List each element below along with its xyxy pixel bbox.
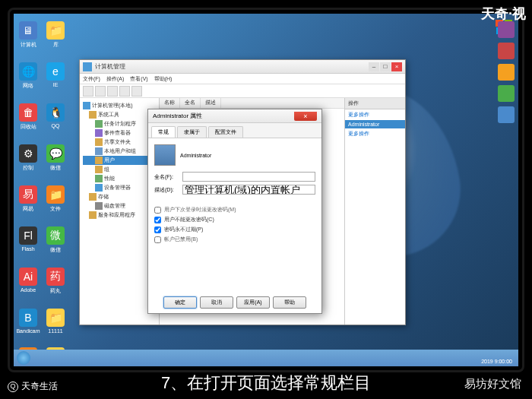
checkbox-row: 密码永不过期(P) — [154, 226, 315, 233]
checkbox[interactable] — [154, 217, 161, 223]
window-title: 计算机管理 — [95, 62, 125, 71]
brand-bottom-right: 易坊好文馆 — [464, 377, 521, 391]
desktop-icon[interactable]: 📁库 — [45, 21, 66, 49]
tree-icon — [95, 202, 103, 210]
ok-button[interactable]: 确定 — [163, 296, 197, 309]
maximize-button[interactable]: □ — [380, 62, 391, 71]
tree-icon — [95, 166, 103, 173]
tray-icon[interactable] — [498, 64, 515, 81]
toolbar-button[interactable] — [95, 86, 106, 97]
tree-icon — [95, 129, 103, 137]
action-item[interactable]: 更多操作 — [345, 128, 405, 139]
monitor-frame: 🖥计算机 📁库 🌐网络 eIE 🗑回收站 🐧QQ ⚙控制 💬微信 易网易 📁文件… — [8, 8, 524, 372]
brand-top-right: 天奇·视 — [481, 5, 526, 23]
desktop-icon[interactable]: 💬微信 — [45, 144, 66, 172]
checkbox-label: 用户下次登录时须更改密码(M) — [164, 206, 236, 214]
col-header[interactable]: 描述 — [201, 98, 221, 108]
description-input[interactable] — [182, 185, 315, 195]
tree-item[interactable]: 计算机管理(本地) — [83, 101, 156, 110]
tree-icon — [83, 102, 90, 109]
desktop-icon[interactable]: 🖥计算机 — [17, 21, 39, 49]
tree-item[interactable]: 共享文件夹 — [83, 138, 156, 147]
desktop-icon[interactable]: FlFlash — [17, 226, 39, 254]
col-header[interactable]: 全名 — [180, 98, 201, 108]
fullname-label: 全名(F): — [154, 173, 179, 181]
toolbar-button[interactable] — [83, 86, 93, 97]
tree-item[interactable]: 服务和应用程序 — [83, 211, 156, 220]
toolbar-button[interactable] — [107, 86, 118, 97]
close-button[interactable]: × — [391, 62, 402, 71]
tree-item[interactable]: 任务计划程序 — [83, 119, 156, 128]
actions-panel: 操作 更多操作 Administrator 更多操作 — [344, 98, 405, 325]
checkbox-label: 密码永不过期(P) — [164, 226, 203, 233]
tray-icon[interactable] — [498, 106, 515, 123]
start-button[interactable] — [17, 351, 30, 365]
desktop-icon[interactable]: 🌐网络 — [17, 62, 39, 90]
toolbar-button[interactable] — [131, 86, 142, 97]
tab-general[interactable]: 常规 — [151, 126, 176, 138]
tree-icon — [89, 193, 97, 201]
checkbox-label: 用户不能更改密码(C) — [164, 216, 214, 223]
checkbox[interactable] — [154, 226, 161, 233]
menu-file[interactable]: 文件(F) — [83, 75, 100, 83]
close-button[interactable]: × — [294, 112, 317, 121]
menu-view[interactable]: 查看(V) — [130, 75, 147, 83]
col-header[interactable]: 名称 — [160, 98, 180, 108]
apply-button[interactable]: 应用(A) — [236, 296, 270, 309]
tree-item[interactable]: 组 — [83, 165, 156, 174]
toolbar-button[interactable] — [119, 86, 130, 97]
dialog-title: Administrator 属性 — [153, 112, 202, 120]
menu-action[interactable]: 操作(A) — [106, 75, 124, 83]
tray-icon[interactable] — [498, 43, 515, 59]
desktop-icon[interactable]: 🐧QQ — [45, 103, 66, 131]
minimize-button[interactable]: – — [369, 62, 379, 71]
desktop-icon[interactable]: BBandicam — [17, 309, 39, 334]
desktop-icon[interactable]: ⚙控制 — [17, 144, 39, 172]
desktop-icon[interactable]: 药药丸 — [45, 268, 66, 295]
help-button[interactable]: 帮助 — [273, 296, 306, 309]
description-label: 描述(D): — [154, 186, 179, 194]
desktop-icon[interactable]: 易网易 — [17, 185, 39, 213]
clock[interactable]: 2019 9:00:00 — [481, 359, 512, 364]
description-row: 描述(D): — [154, 185, 315, 195]
properties-dialog: Administrator 属性 × 常规 隶属于 配置文件 Administr… — [147, 109, 322, 314]
taskbar: 2019 9:00:00 — [14, 350, 518, 366]
fullname-input[interactable] — [182, 172, 315, 182]
tree-item[interactable]: 本地用户和组 — [83, 147, 156, 156]
cancel-button[interactable]: 取消 — [200, 296, 233, 309]
checkbox-row: 帐户已禁用(B) — [154, 236, 315, 243]
toolbar — [80, 84, 405, 98]
desktop-icon[interactable]: eIE — [45, 62, 66, 90]
menu-help[interactable]: 帮助(H) — [154, 75, 173, 83]
dialog-buttons: 确定 取消 应用(A) 帮助 — [148, 296, 321, 309]
checkbox[interactable] — [154, 207, 161, 214]
desktop-icon[interactable]: 🗑回收站 — [17, 103, 39, 131]
desktop-icon[interactable]: 📁文件 — [45, 185, 66, 213]
desktop-icon[interactable]: 微微信 — [45, 226, 66, 254]
action-item[interactable]: Administrator — [345, 120, 405, 128]
user-info: Administrator — [154, 144, 315, 166]
checkbox[interactable] — [154, 236, 161, 243]
tree-item[interactable]: 磁盘管理 — [83, 201, 156, 211]
column-headers: 名称 全名 描述 — [160, 98, 344, 109]
desktop-icon[interactable]: 📁11111 — [45, 309, 66, 334]
tree-item[interactable]: 事件查看器 — [83, 128, 156, 138]
checkbox-label: 帐户已禁用(B) — [164, 236, 198, 243]
tree-icon — [89, 111, 97, 119]
tab-profile[interactable]: 配置文件 — [208, 126, 243, 138]
tree-item[interactable]: 性能 — [83, 174, 156, 183]
tab-memberof[interactable]: 隶属于 — [177, 126, 207, 138]
tree-item[interactable]: 存储 — [83, 192, 156, 201]
menu-bar: 文件(F) 操作(A) 查看(V) 帮助(H) — [80, 74, 405, 84]
tray-icon[interactable] — [498, 21, 515, 38]
actions-header: 操作 — [345, 98, 405, 109]
tree-item[interactable]: 设备管理器 — [83, 183, 156, 192]
user-avatar-icon — [154, 144, 176, 166]
tray-icon[interactable] — [498, 85, 515, 102]
desktop-icon[interactable]: AiAdobe — [17, 268, 39, 295]
tree-item[interactable]: 用户 — [83, 156, 156, 165]
caption-text: 7、在打开页面选择常规栏目 — [0, 372, 532, 394]
tree-icon — [95, 120, 103, 128]
action-item[interactable]: 更多操作 — [345, 109, 405, 120]
tree-item[interactable]: 系统工具 — [83, 110, 156, 119]
